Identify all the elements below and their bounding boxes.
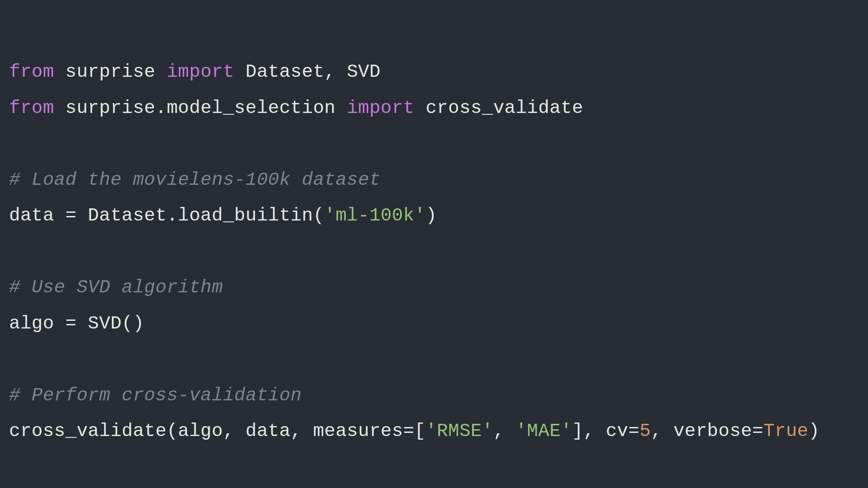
- code-token: , verbose=: [651, 421, 764, 441]
- code-token: 5: [640, 421, 651, 441]
- code-token: cross_validate(algo, data, measures=[: [9, 421, 425, 441]
- code-token: import: [347, 98, 425, 118]
- code-token: # Perform cross-validation: [9, 385, 302, 406]
- code-token: surprise: [66, 61, 167, 82]
- code-token: ): [808, 421, 820, 441]
- code-token: from: [9, 98, 66, 118]
- code-token: 'ml-100k': [324, 205, 425, 226]
- code-token: ], cv=: [572, 421, 639, 441]
- code-token: surprise.model_selection: [66, 98, 347, 118]
- code-token: 'RMSE': [425, 421, 493, 441]
- code-token: from: [9, 61, 66, 82]
- code-token: # Load the movielens-100k dataset: [9, 169, 381, 190]
- code-token: True: [764, 421, 809, 441]
- code-token: # Use SVD algorithm: [9, 277, 223, 298]
- code-token: Dataset, SVD: [245, 61, 381, 82]
- code-token: import: [167, 61, 245, 82]
- code-snippet: from surprise import Dataset, SVD from s…: [0, 0, 868, 450]
- code-token: 'MAE': [516, 421, 572, 441]
- code-token: cross_validate: [425, 98, 583, 118]
- code-token: data = Dataset.load_builtin(: [9, 205, 324, 226]
- code-token: algo = SVD(): [9, 313, 144, 334]
- code-token: ): [425, 205, 437, 226]
- code-token: ,: [493, 421, 516, 441]
